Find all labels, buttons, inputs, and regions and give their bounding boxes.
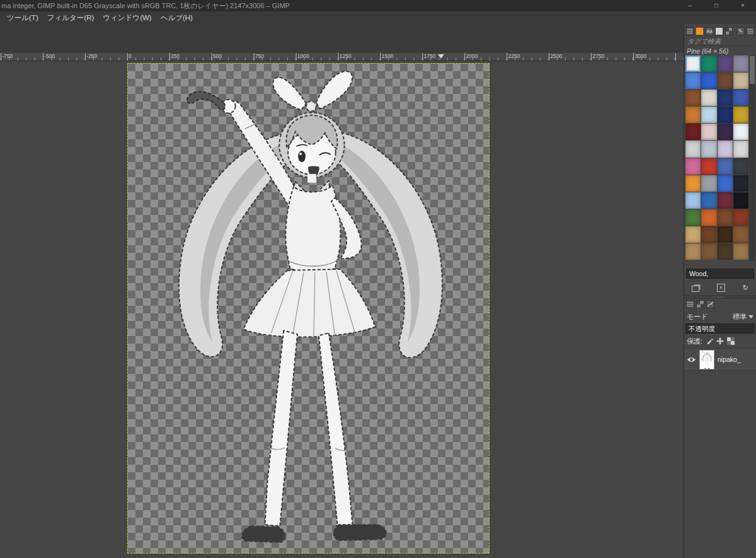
- duplicate-pattern-button[interactable]: [692, 286, 699, 292]
- pattern-swatch[interactable]: [718, 141, 733, 157]
- menu-windows[interactable]: ウィンドウ(W): [98, 12, 156, 24]
- pattern-swatch[interactable]: [718, 73, 733, 89]
- pattern-swatch[interactable]: [685, 124, 701, 140]
- pattern-swatch[interactable]: [685, 192, 701, 209]
- ruler-tick-label: -250: [86, 53, 97, 59]
- pattern-swatch[interactable]: [701, 209, 716, 226]
- pattern-swatch[interactable]: [685, 175, 701, 192]
- pattern-swatch[interactable]: [718, 158, 733, 175]
- pattern-swatch[interactable]: [701, 192, 716, 209]
- layer-thumbnail[interactable]: [699, 350, 714, 369]
- delete-pattern-button[interactable]: ×: [717, 284, 725, 292]
- pattern-swatch[interactable]: [733, 209, 748, 226]
- pattern-swatch[interactable]: [733, 141, 748, 157]
- dock-splitter[interactable]: • • •: [684, 295, 756, 299]
- menubar: ツール(T) フィルター(R) ウィンドウ(W) ヘルプ(H): [0, 11, 756, 24]
- lock-pixels-icon[interactable]: [706, 337, 713, 345]
- scrollbar-thumb[interactable]: [750, 56, 755, 84]
- pattern-tag-field[interactable]: Wood,: [686, 269, 754, 279]
- pattern-swatch[interactable]: [733, 192, 748, 209]
- image-canvas[interactable]: [127, 63, 490, 554]
- tab-menu-icon[interactable]: [747, 27, 754, 35]
- layer-row[interactable]: nipako_: [684, 348, 756, 371]
- layer-visibility-eye-icon[interactable]: [687, 356, 696, 363]
- pattern-swatch[interactable]: [733, 158, 748, 175]
- pattern-swatch[interactable]: [701, 141, 716, 157]
- ruler-tick-label: 750: [255, 53, 264, 59]
- menu-help[interactable]: ヘルプ(H): [156, 12, 197, 24]
- patterns-dock-tabs: Aa ✎: [684, 24, 756, 37]
- pattern-swatch[interactable]: [733, 226, 748, 243]
- patterns-tab-icon[interactable]: [696, 27, 703, 35]
- pattern-swatch[interactable]: [718, 124, 733, 140]
- layer-opacity-slider[interactable]: 不透明度: [685, 323, 755, 334]
- refresh-patterns-button[interactable]: ↻: [743, 283, 748, 292]
- fonts-tab-icon[interactable]: Aa: [706, 27, 713, 35]
- pattern-swatch[interactable]: [718, 243, 733, 260]
- pattern-swatch[interactable]: [701, 243, 716, 260]
- pattern-swatch[interactable]: [701, 175, 716, 192]
- layer-name: nipako_: [718, 356, 741, 363]
- minimize-button[interactable]: –: [677, 0, 703, 11]
- pattern-swatch[interactable]: [685, 158, 701, 175]
- document-history-tab-icon[interactable]: [715, 27, 723, 35]
- menu-filters[interactable]: フィルター(R): [43, 12, 99, 24]
- pattern-grid-scrollbar[interactable]: [749, 55, 755, 261]
- pattern-swatch[interactable]: [685, 73, 701, 89]
- pattern-swatch[interactable]: [685, 209, 701, 226]
- horizontal-ruler[interactable]: -750-500-2500250500750100012501500175020…: [0, 53, 684, 61]
- window-title: ma integer, GIMP built-in D65 Grayscale …: [0, 1, 677, 11]
- pattern-swatch[interactable]: [733, 55, 748, 72]
- pattern-swatch[interactable]: [718, 192, 733, 209]
- pattern-swatch[interactable]: [718, 55, 733, 72]
- pattern-swatch[interactable]: [733, 175, 748, 192]
- pattern-swatch[interactable]: [685, 226, 701, 243]
- toolbar-empty-area: [0, 24, 684, 53]
- pattern-swatch[interactable]: [701, 124, 716, 140]
- pattern-swatch[interactable]: [718, 226, 733, 243]
- close-button[interactable]: ×: [730, 0, 756, 11]
- menu-tools[interactable]: ツール(T): [3, 12, 43, 24]
- ruler-tick-label: 1000: [297, 53, 309, 59]
- pattern-swatch[interactable]: [685, 55, 701, 72]
- pattern-swatch[interactable]: [701, 158, 716, 175]
- window-controls: – □ ×: [677, 0, 756, 11]
- pattern-swatch[interactable]: [685, 107, 701, 123]
- pattern-swatch[interactable]: [718, 90, 733, 106]
- pattern-swatch[interactable]: [685, 243, 701, 260]
- pattern-swatch[interactable]: [701, 226, 716, 243]
- canvas-area[interactable]: [0, 61, 684, 558]
- pattern-tag-search-input[interactable]: タグで検索: [686, 37, 754, 46]
- maximize-button[interactable]: □: [703, 0, 730, 11]
- window-titlebar: ma integer, GIMP built-in D65 Grayscale …: [0, 0, 756, 11]
- pattern-swatch[interactable]: [733, 243, 748, 260]
- ruler-tick-label: 0: [129, 53, 132, 59]
- lock-alpha-icon[interactable]: [727, 337, 735, 345]
- palettes-tab-icon[interactable]: [725, 27, 733, 35]
- ruler-tick-label: 2250: [508, 53, 520, 59]
- pattern-swatch[interactable]: [701, 73, 716, 89]
- lock-position-icon[interactable]: [716, 337, 724, 345]
- pattern-swatch[interactable]: [701, 107, 716, 123]
- paths-tab-icon[interactable]: [706, 300, 714, 308]
- pattern-swatch[interactable]: [733, 124, 748, 140]
- pattern-swatch[interactable]: [701, 55, 716, 72]
- pattern-swatch[interactable]: [718, 209, 733, 226]
- channels-tab-icon[interactable]: [696, 300, 704, 308]
- edit-pattern-icon[interactable]: ✎: [736, 27, 744, 35]
- layers-tab-icon[interactable]: [686, 300, 694, 308]
- pattern-swatch[interactable]: [685, 90, 701, 106]
- pattern-swatch[interactable]: [718, 107, 733, 123]
- pattern-swatch[interactable]: [733, 73, 748, 89]
- pattern-swatch[interactable]: [718, 175, 733, 192]
- layers-dock-tabs: [684, 299, 756, 310]
- pattern-swatch[interactable]: [733, 107, 748, 123]
- pattern-swatch[interactable]: [733, 90, 748, 106]
- ruler-pointer-marker: [438, 54, 444, 59]
- brushes-tab-icon[interactable]: [686, 27, 694, 35]
- pattern-swatch[interactable]: [685, 141, 701, 157]
- ruler-tick-label: 1500: [382, 53, 394, 59]
- layer-mode-select[interactable]: 標準: [733, 312, 753, 322]
- pattern-swatch[interactable]: [701, 90, 716, 106]
- right-dock-panel: Aa ✎ タグで検索 Pine (64 × 56) Wood, × ↻ • • …: [684, 24, 756, 558]
